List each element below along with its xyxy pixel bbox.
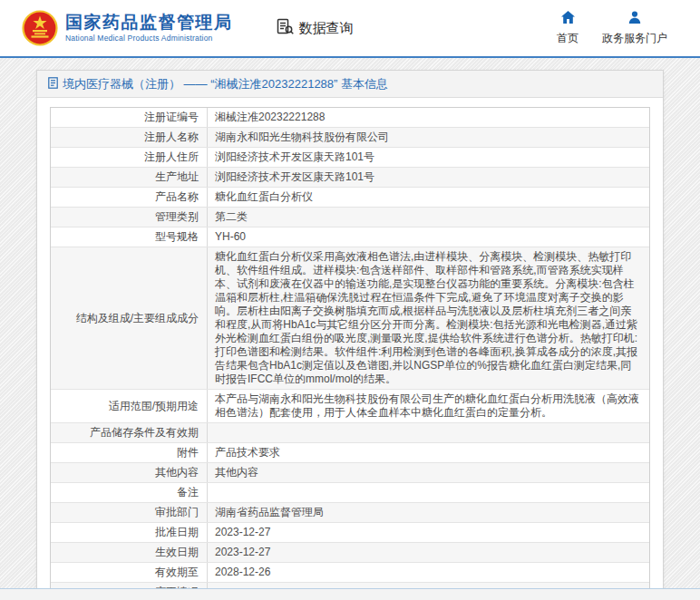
row-label: 审批部门 (51, 503, 208, 522)
table-row: 备注 (51, 482, 649, 502)
table-row: 型号规格YH-60 (51, 227, 649, 247)
data-query-label: 数据查询 (299, 20, 354, 37)
header-nav: 首页 政务服务门户 (557, 11, 667, 46)
row-label: 附件 (51, 443, 208, 462)
row-label: 备注 (51, 483, 208, 502)
nav-portal-label: 政务服务门户 (602, 31, 667, 46)
user-icon (628, 11, 641, 31)
agency-name-en: National Medical Products Administration (65, 34, 233, 43)
table-row: 注册人名称湖南永和阳光生物科技股份有限公司 (51, 127, 649, 147)
row-value: 湘械注准20232221288 (208, 108, 649, 127)
data-query-button[interactable]: 数据查询 (277, 18, 354, 39)
site-header: 国家药品监督管理局 National Medical Products Admi… (0, 0, 700, 56)
page-title-bar: 境内医疗器械（注册） —— “湘械注准20232221288” 基本信息 (37, 71, 663, 98)
table-row: 注册证编号湘械注准20232221288 (51, 108, 649, 127)
row-value: 湖南省药品监督管理局 (208, 503, 649, 522)
row-label: 适用范围/预期用途 (51, 390, 208, 422)
row-value: 2023-12-27 (208, 523, 649, 542)
table-row: 产品名称糖化血红蛋白分析仪 (51, 187, 649, 207)
row-label: 产品储存条件及有效期 (51, 423, 208, 442)
table-row: 有效期至2028-12-26 (51, 562, 649, 582)
row-value: 2028-12-26 (208, 563, 649, 582)
row-value: 浏阳经济技术开发区康天路101号 (208, 168, 649, 187)
agency-name: 国家药品监督管理局 (65, 14, 233, 33)
table-row: 适用范围/预期用途本产品与湖南永和阳光生物科技股份有限公司生产的糖化血红蛋白分析… (51, 389, 649, 422)
row-label: 生效日期 (51, 543, 208, 562)
doc-search-icon (277, 18, 299, 39)
row-label: 产品名称 (51, 188, 208, 207)
table-row: 批准日期2023-12-27 (51, 522, 649, 542)
row-value (208, 423, 649, 442)
nav-portal[interactable]: 政务服务门户 (602, 11, 667, 46)
page-background: 境内医疗器械（注册） —— “湘械注准20232221288” 基本信息 注册证… (0, 58, 700, 600)
row-value: 其他内容 (208, 463, 649, 482)
national-emblem-icon[interactable] (22, 10, 58, 46)
table-wrap: 注册证编号湘械注准20232221288注册人名称湖南永和阳光生物科技股份有限公… (50, 107, 650, 600)
table-row: 生效日期2023-12-27 (51, 542, 649, 562)
row-value: 浏阳经济技术开发区康天路101号 (208, 148, 649, 167)
home-icon (561, 11, 575, 31)
row-label: 注册证编号 (51, 108, 208, 127)
row-label: 结构及组成/主要组成成分 (51, 247, 208, 389)
row-value: 湖南永和阳光生物科技股份有限公司 (208, 128, 649, 147)
table-row: 产品储存条件及有效期 (51, 422, 649, 442)
row-label: 其他内容 (51, 463, 208, 482)
nav-home-label: 首页 (557, 31, 578, 46)
page-title: 境内医疗器械（注册） —— “湘械注准20232221288” 基本信息 (63, 76, 388, 92)
info-table: 注册证编号湘械注准20232221288注册人名称湖南永和阳光生物科技股份有限公… (50, 107, 650, 600)
document-icon (48, 77, 63, 92)
row-label: 管理类别 (51, 208, 208, 227)
brand-block: 国家药品监督管理局 National Medical Products Admi… (65, 14, 233, 43)
table-row: 审批部门湖南省药品监督管理局 (51, 502, 649, 522)
row-value: 本产品与湖南永和阳光生物科技股份有限公司生产的糖化血红蛋白分析用洗脱液（高效液相… (208, 390, 649, 422)
row-value: 2023-12-27 (208, 543, 649, 562)
table-row: 注册人住所浏阳经济技术开发区康天路101号 (51, 147, 649, 167)
table-row: 结构及组成/主要组成成分糖化血红蛋白分析仪采用高效液相色谱法,由进样模块、分离模… (51, 247, 649, 389)
row-label: 型号规格 (51, 227, 208, 247)
row-label: 批准日期 (51, 523, 208, 542)
row-label: 有效期至 (51, 563, 208, 582)
nav-home[interactable]: 首页 (557, 11, 578, 46)
detail-card: 境内医疗器械（注册） —— “湘械注准20232221288” 基本信息 注册证… (36, 70, 664, 600)
row-value: 产品技术要求 (208, 443, 649, 462)
footer-divider (0, 588, 700, 600)
row-label: 注册人名称 (51, 128, 208, 147)
row-value (208, 483, 649, 502)
row-label: 生产地址 (51, 168, 208, 187)
table-row: 附件产品技术要求 (51, 442, 649, 462)
row-value: 第二类 (208, 208, 649, 227)
row-value: 糖化血红蛋白分析仪 (208, 188, 649, 207)
table-row: 管理类别第二类 (51, 207, 649, 227)
row-value: YH-60 (208, 227, 649, 247)
row-value: 糖化血红蛋白分析仪采用高效液相色谱法,由进样模块、分离模块、检测模块、热敏打印机… (208, 247, 649, 389)
row-label: 注册人住所 (51, 148, 208, 167)
table-row: 其他内容其他内容 (51, 462, 649, 482)
table-row: 生产地址浏阳经济技术开发区康天路101号 (51, 167, 649, 187)
